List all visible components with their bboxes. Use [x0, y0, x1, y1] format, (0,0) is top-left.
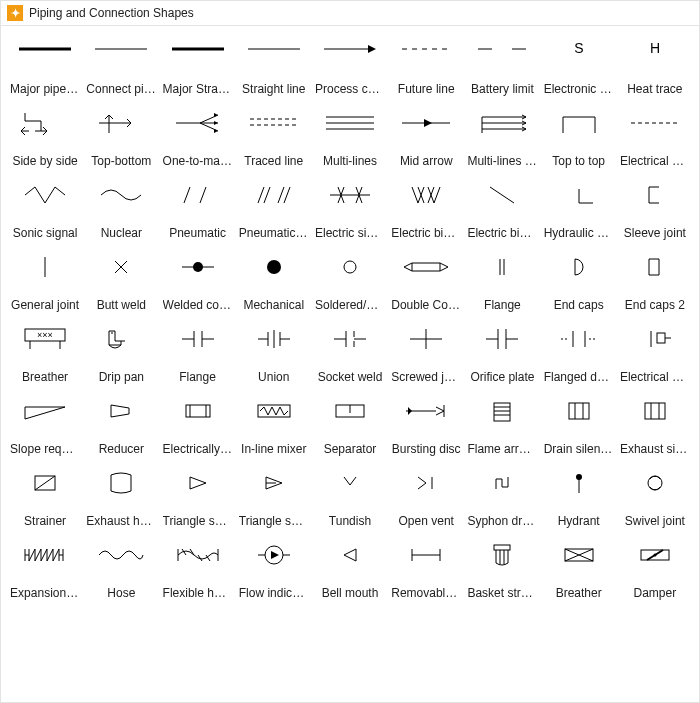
shape-screwed[interactable]: Screwed joint — [388, 318, 464, 390]
shape-flanged-dummy[interactable]: Flanged dummy — [541, 318, 617, 390]
shape-damper[interactable]: Damper — [617, 534, 693, 606]
shape-pneumatic-binary[interactable]: Pneumatic binary — [236, 174, 312, 246]
shape-exhaust-silencer[interactable]: Exhaust silencer — [617, 390, 693, 462]
shape-electrical-bonded[interactable]: Electrical bonded — [617, 318, 693, 390]
app-icon: ✦ — [7, 5, 23, 21]
tundish-icon — [320, 466, 380, 500]
shape-connect-pipeline[interactable]: Connect pipeline — [83, 30, 159, 102]
shape-top-to-top[interactable]: Top to top — [541, 102, 617, 174]
svg-point-48 — [344, 261, 356, 273]
shape-label: Major Straight — [163, 82, 233, 96]
shape-end-caps-2[interactable]: End caps 2 — [617, 246, 693, 318]
pneumatic-binary-icon — [244, 178, 304, 212]
shape-sleeve-joint[interactable]: Sleeve joint — [617, 174, 693, 246]
shape-swivel-joint[interactable]: Swivel joint — [617, 462, 693, 534]
shape-electric-signal[interactable]: Electric signal — [312, 174, 388, 246]
shape-orifice-plate[interactable]: Orifice plate — [464, 318, 540, 390]
shape-union[interactable]: Union — [236, 318, 312, 390]
shape-separator[interactable]: Separator — [312, 390, 388, 462]
shape-removable[interactable]: Removable spool — [388, 534, 464, 606]
screwed-icon — [396, 322, 456, 356]
svg-rect-99 — [645, 403, 665, 419]
shape-tundish[interactable]: Tundish — [312, 462, 388, 534]
electrically-icon — [168, 394, 228, 428]
shape-in-line-mixer[interactable]: In-line mixer — [236, 390, 312, 462]
shape-expansion[interactable]: Expansion joint — [7, 534, 83, 606]
reducer-icon — [91, 394, 151, 428]
shape-mechanical[interactable]: Mechanical — [236, 246, 312, 318]
shape-label: Electrical connection — [620, 154, 690, 168]
bursting-icon — [396, 394, 456, 428]
shape-triangle-sep2[interactable]: Triangle separator 2 — [236, 462, 312, 534]
shape-bell-mouth[interactable]: Bell mouth — [312, 534, 388, 606]
straight-line-icon — [244, 34, 304, 68]
multi-lines-arrow-icon — [472, 106, 532, 140]
shape-top-bottom[interactable]: Top-bottom — [83, 102, 159, 174]
shape-sonic-signal[interactable]: Sonic signal — [7, 174, 83, 246]
shape-one-to-many[interactable]: One-to-many — [159, 102, 235, 174]
shape-strainer[interactable]: Strainer — [7, 462, 83, 534]
shape-multi-lines-arrow[interactable]: Multi-lines arrow — [464, 102, 540, 174]
shape-flange-2[interactable]: Flange — [159, 318, 235, 390]
exhaust-head-icon — [91, 466, 151, 500]
electric-binary2-icon — [472, 178, 532, 212]
shape-syphon-drain[interactable]: Syphon drain — [464, 462, 540, 534]
shape-future-line[interactable]: Future line — [388, 30, 464, 102]
shape-end-caps[interactable]: End caps — [541, 246, 617, 318]
shape-side-by-side[interactable]: Side by side — [7, 102, 83, 174]
shape-breather[interactable]: ×××Breather — [7, 318, 83, 390]
shape-slope-req[interactable]: Slope required — [7, 390, 83, 462]
shape-breather-2[interactable]: Breather — [541, 534, 617, 606]
traced-line-icon — [244, 106, 304, 140]
shape-pneumatic[interactable]: Pneumatic — [159, 174, 235, 246]
shape-heat-trace[interactable]: HHeat trace — [617, 30, 693, 102]
shape-hose[interactable]: Hose — [83, 534, 159, 606]
shape-flange[interactable]: Flange — [464, 246, 540, 318]
shape-electrically[interactable]: Electrically insulated — [159, 390, 235, 462]
svg-rect-82 — [657, 333, 665, 343]
shape-electric-binary2[interactable]: Electric binary 2 — [464, 174, 540, 246]
shape-label: Butt weld — [86, 298, 156, 312]
shape-electrical-connect[interactable]: Electrical connection — [617, 102, 693, 174]
shape-battery-limit[interactable]: Battery limit — [464, 30, 540, 102]
shape-reducer[interactable]: Reducer — [83, 390, 159, 462]
shape-general-joint[interactable]: General joint — [7, 246, 83, 318]
shape-major-pipeline[interactable]: Major pipeline — [7, 30, 83, 102]
shape-straight-line[interactable]: Straight line — [236, 30, 312, 102]
shape-triangle-sep[interactable]: Triangle separator — [159, 462, 235, 534]
svg-point-47 — [267, 260, 281, 274]
shape-double-containment[interactable]: Double Containment — [388, 246, 464, 318]
shape-electric-binary[interactable]: Electric binary — [388, 174, 464, 246]
general-joint-icon — [15, 250, 75, 284]
shape-flow-indicator[interactable]: Flow indicator — [236, 534, 312, 606]
end-caps-icon — [549, 250, 609, 284]
shape-open-vent[interactable]: Open vent — [388, 462, 464, 534]
shape-major-straight[interactable]: Major Straight — [159, 30, 235, 102]
shape-electronic-serial[interactable]: SElectronic serial — [541, 30, 617, 102]
shape-label: Drip pan — [86, 370, 156, 384]
shape-label: Drain silencer — [544, 442, 614, 456]
shape-butt-weld[interactable]: Butt weld — [83, 246, 159, 318]
shape-flexible-hose[interactable]: Flexible hose — [159, 534, 235, 606]
shape-process-connection[interactable]: Process connection — [312, 30, 388, 102]
shape-hydraulic[interactable]: Hydraulic signal — [541, 174, 617, 246]
shape-soldered[interactable]: Soldered/Solvent — [312, 246, 388, 318]
shape-label: Flexible hose — [163, 586, 233, 600]
shape-label: Pneumatic — [163, 226, 233, 240]
shape-exhaust-head[interactable]: Exhaust head — [83, 462, 159, 534]
shape-nuclear[interactable]: Nuclear — [83, 174, 159, 246]
shape-mid-arrow[interactable]: Mid arrow — [388, 102, 464, 174]
shape-drip-pan[interactable]: Drip pan — [83, 318, 159, 390]
nuclear-icon — [91, 178, 151, 212]
shape-flame-arrester[interactable]: Flame arrester — [464, 390, 540, 462]
shape-basket-strainer[interactable]: Basket strainer — [464, 534, 540, 606]
svg-line-103 — [35, 476, 55, 490]
shape-socket-weld[interactable]: Socket weld — [312, 318, 388, 390]
shape-label: Hydrant — [544, 514, 614, 528]
shape-bursting[interactable]: Bursting disc — [388, 390, 464, 462]
shape-multi-lines[interactable]: Multi-lines — [312, 102, 388, 174]
shape-traced-line[interactable]: Traced line — [236, 102, 312, 174]
shape-drain-silencer[interactable]: Drain silencer — [541, 390, 617, 462]
shape-welded-conn[interactable]: Welded connection — [159, 246, 235, 318]
shape-hydrant[interactable]: Hydrant — [541, 462, 617, 534]
